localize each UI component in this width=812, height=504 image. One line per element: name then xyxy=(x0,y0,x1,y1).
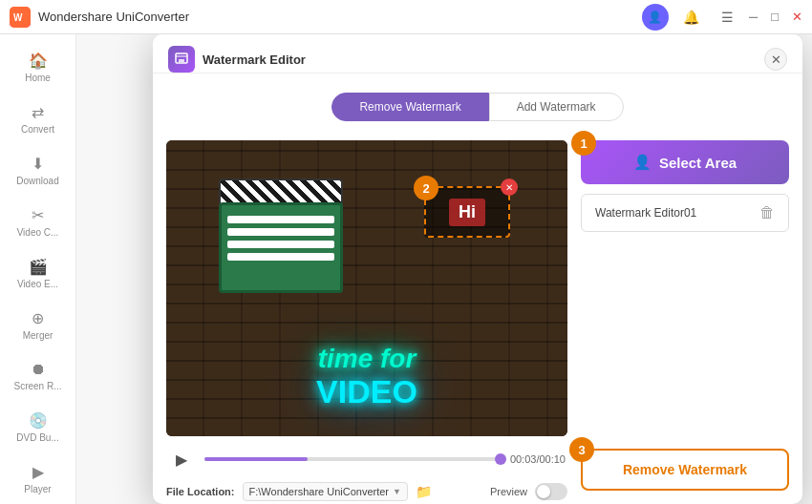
video-wrapper: time for VIDEO 2 Hi ✕ xyxy=(166,140,567,436)
watermark-editor-modal: Watermark Editor ✕ Remove Watermark Add … xyxy=(153,34,802,504)
file-location-bar: File Location: F:\Wondershare UniConvert… xyxy=(166,482,567,501)
player-icon: ▶ xyxy=(32,463,44,481)
preview-label: Preview xyxy=(490,486,527,497)
badge-1: 1 xyxy=(571,131,596,156)
sidebar-item-label: Screen R... xyxy=(13,381,61,392)
clapper-line xyxy=(227,228,334,236)
sidebar-item-label: Video C... xyxy=(17,227,59,239)
progress-fill xyxy=(204,457,308,461)
file-location-input[interactable]: F:\Wondershare UniConverter ▼ xyxy=(243,482,408,501)
close-button[interactable]: ✕ xyxy=(792,10,802,23)
watermark-close-button[interactable]: ✕ xyxy=(501,178,518,196)
tab-add-watermark[interactable]: Add Watermark xyxy=(489,93,624,121)
neon-text-line1: time for xyxy=(316,343,417,375)
edit-icon: 🎬 xyxy=(29,258,48,276)
select-area-button[interactable]: 👤 Select Area xyxy=(581,140,789,184)
file-location-label: File Location: xyxy=(166,486,235,497)
clapper-line xyxy=(227,216,334,223)
sidebar-item-label: Merger xyxy=(23,330,53,342)
badge-2: 2 xyxy=(414,176,438,200)
convert-icon: ⇄ xyxy=(32,103,44,121)
time-display: 00:03/00:10 xyxy=(510,453,566,465)
sidebar-item-label: Convert xyxy=(21,124,54,136)
window-controls: ─ □ ✕ xyxy=(749,10,802,23)
neon-text-line2: VIDEO xyxy=(316,375,417,408)
sidebar-item-screen-record[interactable]: ⏺ Screen R... xyxy=(5,353,72,400)
file-path: F:\Wondershare UniConverter xyxy=(249,486,390,497)
progress-thumb xyxy=(495,453,506,465)
clapper-line xyxy=(227,253,334,261)
toggle-knob xyxy=(537,485,550,498)
select-area-wrapper: 1 👤 Select Area xyxy=(581,140,789,184)
svg-text:W: W xyxy=(13,12,23,23)
remove-watermark-button[interactable]: Remove Watermark xyxy=(581,449,789,491)
sidebar-item-merger[interactable]: ⊕ Merger xyxy=(5,302,72,349)
compress-icon: ✂ xyxy=(32,206,44,224)
menu-icon[interactable]: ☰ xyxy=(715,4,741,31)
folder-icon[interactable]: 📁 xyxy=(416,484,432,499)
tab-remove-watermark[interactable]: Remove Watermark xyxy=(331,93,488,121)
sidebar-item-label: Download xyxy=(16,176,58,187)
playback-bar: ▶ 00:03/00:10 xyxy=(166,446,567,472)
sidebar-item-dvd[interactable]: 💿 DVD Bu... xyxy=(5,404,72,452)
watermark-item-name: Watermark Editor01 xyxy=(595,206,696,220)
sidebar-item-home[interactable]: 🏠 Home xyxy=(5,44,72,92)
neon-sign: time for VIDEO xyxy=(316,343,417,408)
progress-bar[interactable] xyxy=(204,457,501,461)
watermark-selection-box[interactable]: 2 Hi ✕ xyxy=(424,186,510,238)
svg-rect-4 xyxy=(179,59,184,62)
preview-toggle[interactable] xyxy=(535,483,567,500)
sidebar-item-player[interactable]: ▶ Player xyxy=(5,455,72,503)
delete-watermark-button[interactable]: 🗑 xyxy=(759,204,775,221)
clapper-line xyxy=(227,241,334,248)
modal-header: Watermark Editor ✕ xyxy=(153,34,802,74)
user-icon[interactable]: 👤 xyxy=(642,4,669,31)
video-panel: time for VIDEO 2 Hi ✕ xyxy=(166,140,567,491)
main-content: Watermark Editor ✕ Remove Watermark Add … xyxy=(76,34,812,504)
clapper-body xyxy=(219,202,343,293)
modal-close-button[interactable]: ✕ xyxy=(764,48,787,71)
clapper-stripe xyxy=(221,180,341,203)
sidebar-item-download[interactable]: ⬇ Download xyxy=(5,147,72,195)
badge-3: 3 xyxy=(569,437,594,462)
sidebar-item-label: DVD Bu... xyxy=(16,432,58,444)
play-button[interactable]: ▶ xyxy=(168,446,195,472)
app-title: Wondershare UniConverter xyxy=(38,10,642,24)
right-panel: 1 👤 Select Area Watermark Editor01 🗑 3 xyxy=(581,140,789,491)
watermark-item: Watermark Editor01 🗑 xyxy=(581,194,789,232)
bell-icon[interactable]: 🔔 xyxy=(678,4,705,31)
minimize-button[interactable]: ─ xyxy=(749,10,758,23)
title-bar-icons: 👤 🔔 ☰ xyxy=(642,4,741,31)
modal-body: time for VIDEO 2 Hi ✕ xyxy=(153,127,802,504)
sidebar-item-convert[interactable]: ⇄ Convert xyxy=(5,95,72,143)
modal-tabs: Remove Watermark Add Watermark xyxy=(168,83,787,121)
title-bar: W Wondershare UniConverter 👤 🔔 ☰ ─ □ ✕ xyxy=(0,0,812,34)
select-area-icon: 👤 xyxy=(633,154,652,171)
sidebar-item-label: Video E... xyxy=(17,279,58,290)
sidebar-item-video-edit[interactable]: 🎬 Video E... xyxy=(5,250,72,298)
dvd-icon: 💿 xyxy=(29,411,48,430)
sidebar-item-video-compress[interactable]: ✂ Video C... xyxy=(5,199,72,246)
modal-title: Watermark Editor xyxy=(203,52,764,67)
record-icon: ⏺ xyxy=(31,361,46,378)
remove-watermark-wrapper: 3 Remove Watermark xyxy=(581,449,789,491)
app-body: 🏠 Home ⇄ Convert ⬇ Download ✂ Video C...… xyxy=(0,34,812,504)
video-preview: time for VIDEO 2 Hi ✕ xyxy=(166,140,567,436)
sidebar-item-label: Home xyxy=(25,73,51,84)
merger-icon: ⊕ xyxy=(32,309,44,327)
modal-title-icon xyxy=(168,46,195,73)
maximize-button[interactable]: □ xyxy=(771,10,779,23)
clapper-top xyxy=(219,178,343,205)
clapperboard xyxy=(219,178,353,293)
download-icon: ⬇ xyxy=(32,155,44,173)
sidebar-item-label: Player xyxy=(24,484,51,495)
home-icon: 🏠 xyxy=(29,52,48,70)
watermark-text: Hi xyxy=(449,199,485,226)
sidebar: 🏠 Home ⇄ Convert ⬇ Download ✂ Video C...… xyxy=(0,34,76,504)
chevron-down-icon: ▼ xyxy=(393,487,401,496)
select-area-label: Select Area xyxy=(659,155,737,171)
app-logo: W xyxy=(10,7,31,28)
